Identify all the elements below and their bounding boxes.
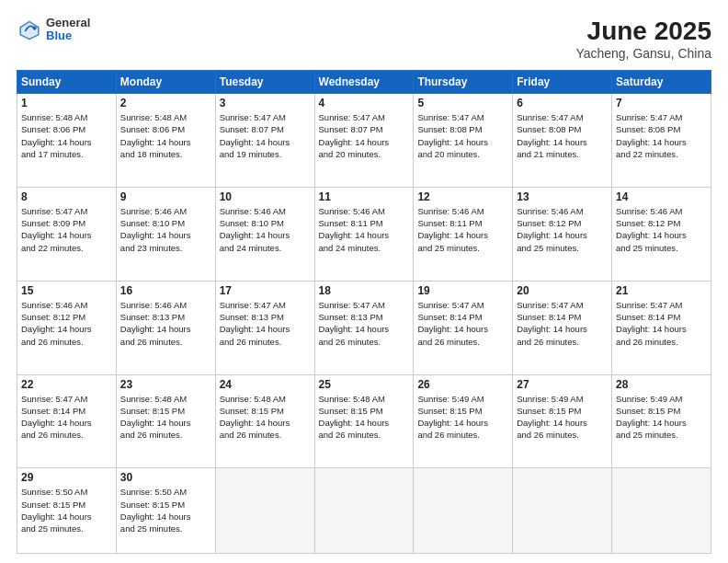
day-info: Sunrise: 5:46 AM Sunset: 8:11 PM Dayligh… (319, 205, 410, 254)
calendar-cell: 21Sunrise: 5:47 AM Sunset: 8:14 PM Dayli… (612, 281, 711, 374)
calendar-cell: 25Sunrise: 5:48 AM Sunset: 8:15 PM Dayli… (314, 374, 414, 468)
calendar-week-2: 8Sunrise: 5:47 AM Sunset: 8:09 PM Daylig… (17, 187, 711, 281)
day-info: Sunrise: 5:47 AM Sunset: 8:14 PM Dayligh… (21, 393, 112, 442)
day-number: 16 (120, 284, 211, 297)
calendar-cell: 14Sunrise: 5:46 AM Sunset: 8:12 PM Dayli… (612, 187, 711, 281)
logo-blue-text: Blue (46, 29, 90, 42)
day-number: 13 (517, 190, 608, 203)
day-number: 18 (319, 284, 410, 297)
calendar-cell: 2Sunrise: 5:48 AM Sunset: 8:06 PM Daylig… (116, 94, 215, 188)
calendar-cell: 26Sunrise: 5:49 AM Sunset: 8:15 PM Dayli… (414, 374, 513, 468)
th-tuesday: Tuesday (215, 71, 314, 94)
calendar-cell: 16Sunrise: 5:46 AM Sunset: 8:13 PM Dayli… (116, 281, 215, 374)
calendar-body: 1Sunrise: 5:48 AM Sunset: 8:06 PM Daylig… (17, 94, 711, 554)
day-info: Sunrise: 5:48 AM Sunset: 8:15 PM Dayligh… (120, 393, 211, 442)
day-number: 6 (517, 97, 608, 109)
page: General Blue June 2025 Yacheng, Gansu, C… (0, 0, 728, 563)
calendar-cell: 28Sunrise: 5:49 AM Sunset: 8:15 PM Dayli… (612, 374, 711, 468)
th-monday: Monday (116, 71, 215, 94)
weekday-row: Sunday Monday Tuesday Wednesday Thursday… (17, 71, 711, 94)
day-info: Sunrise: 5:46 AM Sunset: 8:11 PM Dayligh… (417, 205, 508, 254)
day-number: 20 (517, 284, 608, 297)
logo-text: General Blue (46, 17, 90, 43)
day-info: Sunrise: 5:47 AM Sunset: 8:08 PM Dayligh… (417, 111, 508, 160)
calendar-cell: 10Sunrise: 5:46 AM Sunset: 8:10 PM Dayli… (215, 187, 314, 281)
day-number: 14 (616, 190, 707, 203)
day-info: Sunrise: 5:47 AM Sunset: 8:14 PM Dayligh… (616, 299, 707, 348)
calendar-cell: 8Sunrise: 5:47 AM Sunset: 8:09 PM Daylig… (17, 187, 117, 281)
th-thursday: Thursday (414, 71, 513, 94)
day-info: Sunrise: 5:47 AM Sunset: 8:07 PM Dayligh… (319, 111, 410, 160)
month-title: June 2025 (575, 17, 711, 46)
day-number: 17 (220, 284, 311, 297)
day-number: 29 (21, 471, 112, 484)
day-number: 25 (319, 378, 410, 391)
calendar-cell: 19Sunrise: 5:47 AM Sunset: 8:14 PM Dayli… (414, 281, 513, 374)
th-wednesday: Wednesday (314, 71, 414, 94)
day-info: Sunrise: 5:46 AM Sunset: 8:13 PM Dayligh… (120, 299, 211, 348)
day-info: Sunrise: 5:46 AM Sunset: 8:10 PM Dayligh… (120, 205, 211, 254)
header: General Blue June 2025 Yacheng, Gansu, C… (17, 17, 711, 61)
day-info: Sunrise: 5:49 AM Sunset: 8:15 PM Dayligh… (517, 393, 608, 442)
calendar-cell: 5Sunrise: 5:47 AM Sunset: 8:08 PM Daylig… (414, 94, 513, 188)
th-friday: Friday (513, 71, 612, 94)
day-info: Sunrise: 5:48 AM Sunset: 8:06 PM Dayligh… (120, 111, 211, 160)
day-info: Sunrise: 5:48 AM Sunset: 8:15 PM Dayligh… (220, 393, 311, 442)
day-info: Sunrise: 5:47 AM Sunset: 8:14 PM Dayligh… (517, 299, 608, 348)
th-saturday: Saturday (612, 71, 711, 94)
day-number: 1 (21, 97, 112, 109)
location: Yacheng, Gansu, China (575, 46, 711, 61)
day-info: Sunrise: 5:47 AM Sunset: 8:09 PM Dayligh… (21, 205, 112, 254)
svg-point-2 (33, 27, 37, 30)
day-number: 4 (319, 97, 410, 109)
calendar-cell (414, 468, 513, 554)
day-number: 2 (120, 97, 211, 109)
day-info: Sunrise: 5:46 AM Sunset: 8:12 PM Dayligh… (517, 205, 608, 254)
logo: General Blue (17, 17, 90, 43)
calendar-cell: 17Sunrise: 5:47 AM Sunset: 8:13 PM Dayli… (215, 281, 314, 374)
calendar-cell: 24Sunrise: 5:48 AM Sunset: 8:15 PM Dayli… (215, 374, 314, 468)
calendar-cell (612, 468, 711, 554)
day-info: Sunrise: 5:48 AM Sunset: 8:15 PM Dayligh… (319, 393, 410, 442)
calendar-cell (513, 468, 612, 554)
day-number: 30 (120, 471, 211, 484)
day-number: 22 (21, 378, 112, 391)
calendar-cell: 15Sunrise: 5:46 AM Sunset: 8:12 PM Dayli… (17, 281, 117, 374)
day-info: Sunrise: 5:49 AM Sunset: 8:15 PM Dayligh… (417, 393, 508, 442)
calendar-week-5: 29Sunrise: 5:50 AM Sunset: 8:15 PM Dayli… (17, 468, 711, 554)
calendar-cell: 18Sunrise: 5:47 AM Sunset: 8:13 PM Dayli… (314, 281, 414, 374)
day-info: Sunrise: 5:46 AM Sunset: 8:10 PM Dayligh… (220, 205, 311, 254)
calendar-week-1: 1Sunrise: 5:48 AM Sunset: 8:06 PM Daylig… (17, 94, 711, 188)
day-info: Sunrise: 5:47 AM Sunset: 8:08 PM Dayligh… (517, 111, 608, 160)
day-info: Sunrise: 5:47 AM Sunset: 8:13 PM Dayligh… (319, 299, 410, 348)
day-number: 9 (120, 190, 211, 203)
day-info: Sunrise: 5:47 AM Sunset: 8:08 PM Dayligh… (616, 111, 707, 160)
day-number: 27 (517, 378, 608, 391)
day-number: 11 (319, 190, 410, 203)
calendar-cell: 6Sunrise: 5:47 AM Sunset: 8:08 PM Daylig… (513, 94, 612, 188)
day-number: 28 (616, 378, 707, 391)
day-info: Sunrise: 5:47 AM Sunset: 8:13 PM Dayligh… (220, 299, 311, 348)
calendar-week-3: 15Sunrise: 5:46 AM Sunset: 8:12 PM Dayli… (17, 281, 711, 374)
day-info: Sunrise: 5:46 AM Sunset: 8:12 PM Dayligh… (616, 205, 707, 254)
day-number: 15 (21, 284, 112, 297)
calendar-cell: 7Sunrise: 5:47 AM Sunset: 8:08 PM Daylig… (612, 94, 711, 188)
svg-marker-0 (19, 20, 40, 41)
calendar-cell: 29Sunrise: 5:50 AM Sunset: 8:15 PM Dayli… (17, 468, 117, 554)
day-info: Sunrise: 5:50 AM Sunset: 8:15 PM Dayligh… (21, 486, 112, 534)
calendar-cell: 9Sunrise: 5:46 AM Sunset: 8:10 PM Daylig… (116, 187, 215, 281)
calendar-cell: 27Sunrise: 5:49 AM Sunset: 8:15 PM Dayli… (513, 374, 612, 468)
day-info: Sunrise: 5:50 AM Sunset: 8:15 PM Dayligh… (120, 486, 211, 534)
day-number: 7 (616, 97, 707, 109)
title-block: June 2025 Yacheng, Gansu, China (575, 17, 711, 61)
day-number: 10 (220, 190, 311, 203)
calendar-table: Sunday Monday Tuesday Wednesday Thursday… (17, 70, 711, 554)
day-number: 24 (220, 378, 311, 391)
day-number: 5 (417, 97, 508, 109)
th-sunday: Sunday (17, 71, 117, 94)
calendar-cell: 22Sunrise: 5:47 AM Sunset: 8:14 PM Dayli… (17, 374, 117, 468)
calendar-cell: 13Sunrise: 5:46 AM Sunset: 8:12 PM Dayli… (513, 187, 612, 281)
calendar-cell: 12Sunrise: 5:46 AM Sunset: 8:11 PM Dayli… (414, 187, 513, 281)
logo-general-text: General (46, 17, 90, 29)
day-info: Sunrise: 5:47 AM Sunset: 8:14 PM Dayligh… (417, 299, 508, 348)
